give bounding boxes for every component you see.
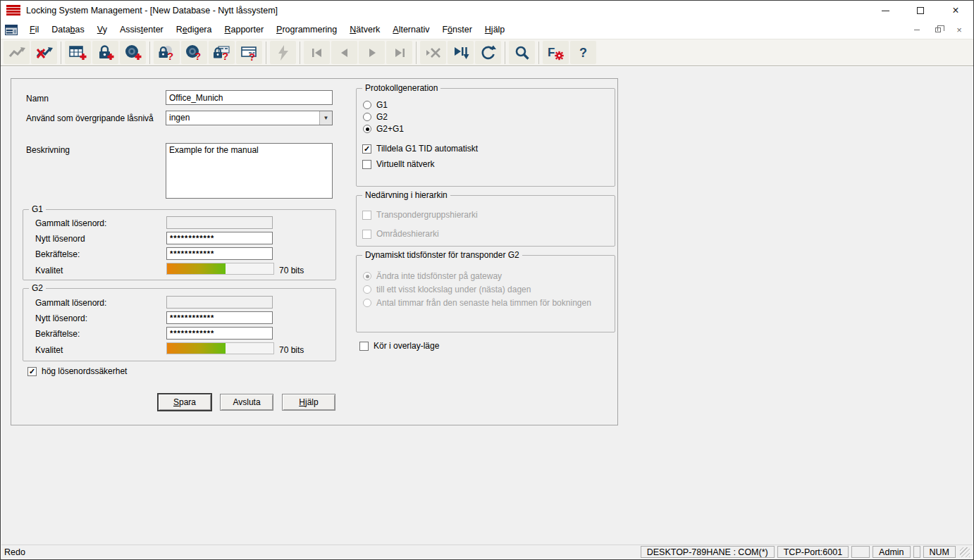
- name-label: Namn: [26, 94, 49, 104]
- menu-bar: Fil Databas Vy Assistenter Redigera Rapp…: [1, 20, 973, 39]
- read-g1-lock-button[interactable]: ?: [209, 41, 235, 64]
- locking-system-properties-panel: Namn Använd som övergripande låsnivå ing…: [11, 78, 618, 425]
- mdi-restore-icon: [935, 27, 941, 32]
- dynamic-option2-radio: till ett visst klockslag under (nästa) d…: [363, 285, 531, 294]
- mdi-client-area: Namn Använd som övergripande låsnivå ing…: [1, 67, 973, 545]
- svg-text:?: ?: [249, 51, 255, 61]
- g1-confirm-label: Bekräftelse:: [35, 249, 80, 259]
- protocol-generation-group: Protokollgeneration G1 G2 G2+G1 ✓ Tillde…: [356, 88, 615, 187]
- protocol-g1-radio[interactable]: G1: [363, 100, 388, 110]
- status-panels: DESKTOP-789HANE : COM(*) TCP-Port:6001 A…: [641, 546, 973, 558]
- nav-first-button[interactable]: [304, 41, 330, 64]
- search-button[interactable]: [509, 41, 535, 64]
- protocol-g2-radio[interactable]: G2: [363, 112, 388, 122]
- checkbox-checked-icon: ✓: [362, 144, 371, 154]
- overlay-mode-checkbox[interactable]: Kör i overlay-läge: [359, 341, 439, 351]
- radio-unselected-icon: [363, 113, 371, 121]
- filter-settings-button[interactable]: F: [543, 41, 569, 64]
- description-textarea[interactable]: Example for the manual: [166, 143, 333, 199]
- program-button[interactable]: [270, 41, 296, 64]
- logout-icon: [35, 44, 54, 61]
- toolbar: ? ? ?: [1, 39, 973, 66]
- exit-button[interactable]: Avsluta: [220, 394, 273, 411]
- high-password-security-checkbox[interactable]: ✓ hög lösenordssäkerhet: [27, 366, 127, 376]
- menu-fil[interactable]: Fil: [23, 22, 45, 37]
- menu-vy[interactable]: Vy: [91, 22, 113, 37]
- protocol-g2g1-radio[interactable]: G2+G1: [363, 124, 404, 134]
- menu-natverk[interactable]: Nätverk: [343, 22, 386, 37]
- g1-quality-label: Kvalitet: [35, 266, 63, 275]
- menu-assistenter[interactable]: Assistenter: [113, 22, 170, 37]
- g1-new-password-input[interactable]: [166, 232, 273, 244]
- transponder-group-hierarchy-checkbox: Transpondergruppshierarki: [362, 210, 478, 220]
- window-title: Locking System Management - [New Databas…: [26, 6, 278, 15]
- svg-text:?: ?: [167, 50, 173, 61]
- description-label: Beskrivning: [26, 145, 70, 155]
- cancel-navigation-button[interactable]: [420, 41, 446, 64]
- radio-unselected-icon: [363, 285, 371, 294]
- menu-programmering[interactable]: Programmering: [270, 22, 343, 37]
- g1-group-legend: G1: [29, 204, 46, 214]
- nav-next-button[interactable]: [359, 41, 385, 64]
- save-button[interactable]: Spara: [158, 394, 211, 411]
- mdi-close-button[interactable]: ×: [954, 25, 965, 35]
- maximize-button[interactable]: [903, 1, 938, 20]
- g1-quality-bar: [166, 263, 274, 275]
- read-card-button[interactable]: ?: [236, 41, 262, 64]
- logout-button[interactable]: [31, 41, 57, 64]
- combo-dropdown-button[interactable]: ▼: [319, 111, 332, 125]
- read-lock-button[interactable]: ?: [154, 41, 180, 64]
- read-lock-icon: ?: [157, 44, 176, 61]
- new-transponder-button[interactable]: [120, 41, 146, 64]
- refresh-button[interactable]: [475, 41, 501, 64]
- g1-quality-fill: [167, 263, 226, 274]
- toolbar-separator: [416, 42, 417, 64]
- overall-level-select[interactable]: ingen ▼: [166, 111, 333, 125]
- toolbar-separator: [61, 42, 61, 64]
- resize-grip[interactable]: [960, 547, 970, 557]
- virtual-network-checkbox[interactable]: Virtuellt nätverk: [362, 159, 434, 169]
- nav-last-button[interactable]: [386, 41, 412, 64]
- mdi-restore-button[interactable]: [932, 25, 944, 35]
- menu-fonster[interactable]: Fönster: [436, 22, 478, 37]
- status-ready-text: Redo: [1, 547, 25, 557]
- close-button[interactable]: ×: [938, 1, 973, 20]
- radio-unselected-icon: [363, 299, 371, 307]
- g2-quality-label: Kvalitet: [35, 345, 63, 355]
- menu-alternativ[interactable]: Alternativ: [386, 22, 436, 37]
- status-host-panel: DESKTOP-789HANE : COM(*): [641, 546, 775, 558]
- goto-record-button[interactable]: [448, 41, 474, 64]
- menu-rapporter[interactable]: Rapporter: [218, 22, 270, 37]
- toolbar-separator: [300, 42, 300, 64]
- g1-old-password-input: [166, 216, 273, 229]
- radio-unselected-icon: [363, 101, 371, 109]
- refresh-icon: [480, 45, 497, 61]
- g1-confirm-input[interactable]: [166, 247, 273, 260]
- menu-databas[interactable]: Databas: [45, 22, 91, 37]
- g2-confirm-input[interactable]: [166, 327, 273, 340]
- checkbox-unchecked-icon: [362, 230, 371, 239]
- new-lock-button[interactable]: [92, 41, 118, 64]
- dynamic-option1-radio: Ändra inte tidsfönster på gateway: [363, 271, 502, 281]
- menu-hjalp[interactable]: Hjälp: [479, 22, 512, 37]
- nav-prev-icon: [337, 46, 352, 60]
- name-input[interactable]: [166, 90, 333, 105]
- filter-settings-icon: F: [547, 45, 565, 61]
- help-dialog-button[interactable]: Hjälp: [282, 394, 335, 411]
- minimize-button[interactable]: [868, 1, 903, 20]
- read-transponder-button[interactable]: ?: [181, 41, 207, 64]
- new-locking-system-button[interactable]: [65, 41, 91, 64]
- g2-group-legend: G2: [29, 283, 46, 293]
- g2-old-password-input: [166, 296, 273, 309]
- login-button[interactable]: [4, 41, 30, 64]
- search-icon: [514, 45, 531, 61]
- help-button[interactable]: ?: [570, 41, 596, 64]
- g2-new-password-input[interactable]: [166, 311, 273, 324]
- mdi-minimize-button[interactable]: [911, 25, 923, 35]
- nav-prev-button[interactable]: [331, 41, 357, 64]
- toolbar-separator: [538, 42, 539, 64]
- assign-g1-tid-checkbox[interactable]: ✓ Tilldela G1 TID automatiskt: [362, 144, 478, 154]
- g2-group: G2 Gammalt lösenord: Nytt lösenord: Bekr…: [23, 288, 336, 361]
- menu-redigera[interactable]: Redigera: [170, 22, 218, 37]
- nav-first-icon: [309, 46, 325, 60]
